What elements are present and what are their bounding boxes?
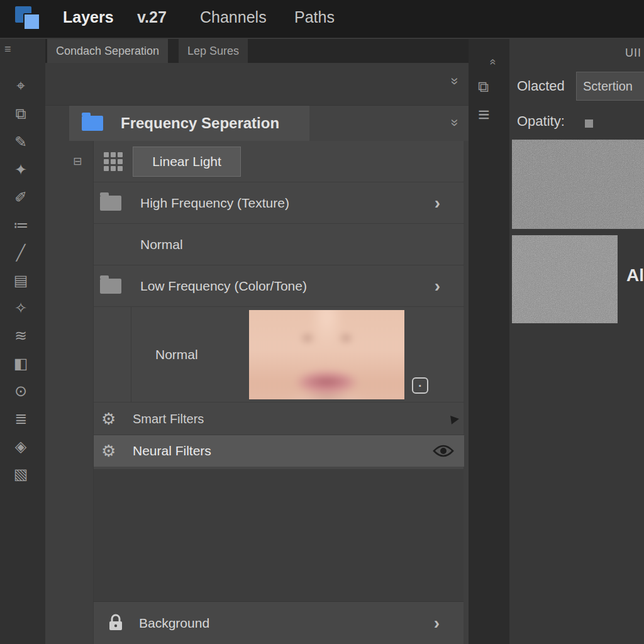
- crop-tool-icon[interactable]: ◧: [1, 355, 40, 372]
- layer-label: Background: [139, 602, 209, 644]
- layer-label: High Frequency (Texture): [140, 182, 289, 224]
- marquee-tool-icon[interactable]: ⧉: [1, 105, 40, 123]
- layer-row-normal-2[interactable]: Normal ▪: [94, 307, 464, 402]
- panel-menu-icon[interactable]: ≡: [478, 103, 489, 126]
- blur-tool-icon[interactable]: ◈: [1, 438, 40, 455]
- menu-item-channels[interactable]: Channels: [200, 8, 267, 26]
- menu-item-layers[interactable]: Layers: [63, 8, 114, 26]
- blend-dropdown[interactable]: Sctertion: [576, 72, 644, 101]
- adjustments-icon[interactable]: ⧉: [478, 78, 489, 96]
- lock-icon: [109, 613, 123, 632]
- paragraph-tool-icon[interactable]: ≔: [1, 216, 40, 234]
- app-logo-icon: [15, 5, 44, 33]
- opacity-label: Opatity:: [517, 113, 565, 130]
- layer-label: Normal: [155, 307, 198, 402]
- tab-lep-sures[interactable]: Lep Sures: [179, 39, 248, 63]
- layer-row-normal-1[interactable]: Normal: [94, 224, 464, 265]
- blend-mode-select[interactable]: Linear Light: [133, 147, 241, 177]
- corner-label: UII: [625, 47, 641, 60]
- layer-label: Normal: [140, 224, 183, 265]
- collapse-strip-icon[interactable]: »: [486, 58, 499, 65]
- tools-sidebar: ≡ ⌖ ⧉ ✎ ✦ ✐ ≔ ╱ ▤ ✧ ≋ ◧ ⊙ ≣ ◈ ▧: [0, 39, 45, 644]
- layer-label: Neural Filters: [133, 435, 211, 467]
- layer-row-smart-filters[interactable]: ⚙ Smart Filters: [94, 402, 464, 435]
- layer-group-row[interactable]: Frequency Seperation »: [69, 106, 469, 141]
- gradient-tool-icon[interactable]: ≋: [1, 327, 40, 345]
- layer-list: Linear Light High Frequency (Texture) › …: [93, 141, 464, 469]
- chevron-right-icon[interactable]: ›: [435, 182, 440, 224]
- panel-divider-strip: » ⧉ ≡: [469, 39, 509, 644]
- layer-label: Low Frequency (Color/Tone): [140, 265, 307, 307]
- version-label: v.27: [137, 8, 167, 26]
- adjustments-tool-icon[interactable]: ≣: [1, 410, 40, 428]
- collapse-group-icon[interactable]: »: [447, 119, 463, 126]
- group-folder-icon: [82, 116, 103, 131]
- info-tool-icon[interactable]: ⊙: [1, 382, 40, 400]
- group-expand-icon[interactable]: ⊟: [73, 155, 82, 168]
- partial-label: Al: [626, 265, 644, 286]
- move-tool-icon[interactable]: ⌖: [1, 77, 40, 94]
- folder-icon: [100, 279, 121, 294]
- blend-label: Olacted: [517, 78, 565, 94]
- app-window: Layers v.27 Channels Paths Condach Seper…: [0, 0, 644, 644]
- document-tab-bar: Condach Seperation Lep Sures: [45, 39, 469, 63]
- folder-icon: [100, 196, 121, 211]
- layers-panel-header: »: [45, 63, 469, 106]
- blend-mode-row: Linear Light: [94, 141, 464, 182]
- share-tool-icon[interactable]: ▧: [1, 465, 40, 483]
- layers-panel: » Frequency Seperation » ⊟ Linear Light: [45, 63, 469, 644]
- empty-layer-area: [93, 469, 464, 601]
- group-title: Frequency Seperation: [121, 106, 279, 141]
- layer-label: Smart Filters: [133, 402, 204, 435]
- layers-tool-icon[interactable]: ▤: [1, 272, 40, 289]
- cursor-arrow-icon: [450, 414, 460, 425]
- properties-panel: UII Olacted Sctertion Opatity:: [509, 39, 644, 644]
- texture-thumbnail-1[interactable]: [512, 140, 644, 229]
- magic-wand-tool-icon[interactable]: ✦: [1, 161, 40, 179]
- logo-front-square: [23, 13, 40, 30]
- gear-icon: ⚙: [101, 441, 116, 461]
- line-tool-icon[interactable]: ╱: [1, 244, 40, 262]
- face-image: [249, 310, 404, 399]
- chevron-right-icon[interactable]: ›: [435, 265, 440, 307]
- chevron-right-icon[interactable]: ›: [434, 602, 440, 644]
- menu-bar: Layers v.27 Channels Paths: [0, 0, 644, 38]
- layer-row-low-frequency[interactable]: Low Frequency (Color/Tone) ›: [94, 265, 464, 307]
- layer-thumbnail-face[interactable]: [249, 310, 404, 399]
- collapse-panel-icon[interactable]: »: [447, 77, 463, 85]
- indent-divider: [131, 307, 131, 402]
- brush-tool-icon[interactable]: ✐: [1, 189, 40, 206]
- healing-tool-icon[interactable]: ✧: [1, 299, 40, 317]
- layer-row-background[interactable]: Background ›: [93, 601, 464, 644]
- layer-row-neural-filters[interactable]: ⚙ Neural Filters: [94, 435, 464, 467]
- texture-thumbnail-2[interactable]: [512, 235, 618, 323]
- gear-icon: ⚙: [101, 409, 116, 429]
- visibility-eye-icon[interactable]: [433, 444, 454, 458]
- pen-tool-icon[interactable]: ✎: [1, 133, 40, 151]
- layer-row-high-frequency[interactable]: High Frequency (Texture) ›: [94, 182, 464, 224]
- grid-icon: [104, 152, 123, 171]
- menu-item-paths[interactable]: Paths: [294, 8, 335, 26]
- smart-object-badge-icon[interactable]: ▪: [412, 377, 428, 394]
- toolbar-menu-icon[interactable]: ≡: [4, 43, 11, 56]
- opacity-swatch[interactable]: [585, 119, 593, 128]
- tab-condach-seperation[interactable]: Condach Seperation: [47, 39, 168, 63]
